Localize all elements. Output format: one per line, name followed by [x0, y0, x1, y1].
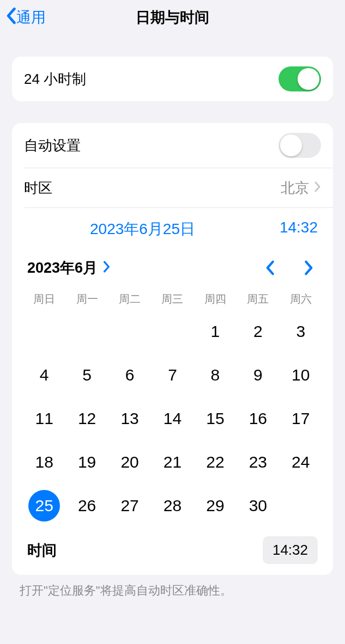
- back-button[interactable]: 通用: [5, 7, 46, 28]
- label-auto: 自动设置: [24, 136, 81, 155]
- row-24hour: 24 小时制: [12, 57, 333, 101]
- calendar-grid: 1234567891011121314151617181920212223242…: [23, 310, 322, 528]
- row-timezone[interactable]: 时区 北京: [12, 168, 333, 207]
- calendar-day-20[interactable]: 20: [108, 440, 151, 484]
- calendar-day-17[interactable]: 17: [280, 397, 322, 440]
- calendar-day-30[interactable]: 30: [237, 484, 279, 528]
- time-label: 时间: [27, 541, 57, 560]
- label-timezone: 时区: [24, 179, 52, 198]
- switch-knob: [280, 134, 302, 156]
- weekday-2: 周二: [108, 292, 151, 306]
- calendar-day-11[interactable]: 11: [23, 397, 65, 440]
- back-label: 通用: [16, 8, 46, 27]
- nav-bar: 通用 日期与时间: [0, 0, 345, 35]
- calendar-day-18[interactable]: 18: [23, 440, 65, 484]
- calendar-day-13[interactable]: 13: [108, 397, 151, 440]
- month-label: 2023年6月: [27, 258, 98, 278]
- calendar-weekdays: 周日周一周二周三周四周五周六: [23, 286, 322, 310]
- weekday-5: 周五: [237, 292, 279, 306]
- row-auto: 自动设置: [12, 123, 333, 168]
- switch-24hour[interactable]: [279, 66, 321, 91]
- calendar-day-21[interactable]: 21: [151, 440, 193, 484]
- calendar-day-1[interactable]: 1: [194, 310, 237, 353]
- calendar-nav: [261, 259, 318, 277]
- calendar-day-6[interactable]: 6: [108, 353, 151, 397]
- calendar: 2023年6月 周日周一周二周三周四周五周六 12345678910111213…: [12, 247, 333, 575]
- calendar-day-10[interactable]: 10: [280, 353, 322, 397]
- timezone-value: 北京: [281, 179, 309, 198]
- time-row: 时间 14:32: [23, 528, 322, 564]
- time-picker[interactable]: 14:32: [263, 536, 318, 564]
- chevron-right-icon: [314, 181, 321, 194]
- weekday-1: 周一: [65, 292, 108, 306]
- calendar-day-16[interactable]: 16: [237, 397, 279, 440]
- summary-time[interactable]: 14:32: [258, 219, 318, 240]
- switch-auto[interactable]: [279, 133, 321, 158]
- calendar-day-8[interactable]: 8: [194, 353, 237, 397]
- group-datetime: 自动设置 时区 北京 2023年6月25日 14:32 2023年6月: [12, 123, 333, 575]
- calendar-day-3[interactable]: 3: [280, 310, 322, 353]
- calendar-day-14[interactable]: 14: [151, 397, 193, 440]
- calendar-day-9[interactable]: 9: [237, 353, 279, 397]
- datetime-summary: 2023年6月25日 14:32: [12, 208, 333, 247]
- calendar-day-29[interactable]: 29: [194, 484, 237, 528]
- chevron-left-icon: [5, 7, 16, 28]
- weekday-3: 周三: [151, 292, 193, 306]
- summary-date[interactable]: 2023年6月25日: [27, 219, 258, 240]
- calendar-day-19[interactable]: 19: [65, 440, 108, 484]
- calendar-header: 2023年6月: [23, 247, 322, 286]
- switch-knob: [298, 68, 319, 90]
- next-month-button[interactable]: [300, 259, 318, 277]
- weekday-6: 周六: [280, 292, 322, 306]
- label-24hour: 24 小时制: [24, 70, 86, 89]
- calendar-day-24[interactable]: 24: [280, 440, 322, 484]
- calendar-day-28[interactable]: 28: [151, 484, 193, 528]
- calendar-empty: [151, 310, 193, 353]
- calendar-day-7[interactable]: 7: [151, 353, 193, 397]
- calendar-day-4[interactable]: 4: [23, 353, 65, 397]
- calendar-day-15[interactable]: 15: [194, 397, 237, 440]
- month-picker[interactable]: 2023年6月: [27, 258, 111, 278]
- chevron-right-icon: [103, 260, 111, 277]
- calendar-day-5[interactable]: 5: [65, 353, 108, 397]
- calendar-empty: [23, 310, 65, 353]
- weekday-0: 周日: [23, 292, 65, 306]
- page-title: 日期与时间: [136, 8, 209, 27]
- calendar-day-2[interactable]: 2: [237, 310, 279, 353]
- group-24hour: 24 小时制: [12, 57, 333, 101]
- calendar-day-27[interactable]: 27: [108, 484, 151, 528]
- timezone-trailing: 北京: [281, 179, 321, 198]
- calendar-day-12[interactable]: 12: [65, 397, 108, 440]
- calendar-day-22[interactable]: 22: [194, 440, 237, 484]
- calendar-day-26[interactable]: 26: [65, 484, 108, 528]
- calendar-day-25[interactable]: 25: [23, 484, 65, 528]
- calendar-day-23[interactable]: 23: [237, 440, 279, 484]
- prev-month-button[interactable]: [261, 259, 279, 277]
- footer-note: 打开"定位服务"将提高自动时区准确性。: [0, 575, 345, 599]
- calendar-empty: [108, 310, 151, 353]
- weekday-4: 周四: [194, 292, 237, 306]
- calendar-empty: [65, 310, 108, 353]
